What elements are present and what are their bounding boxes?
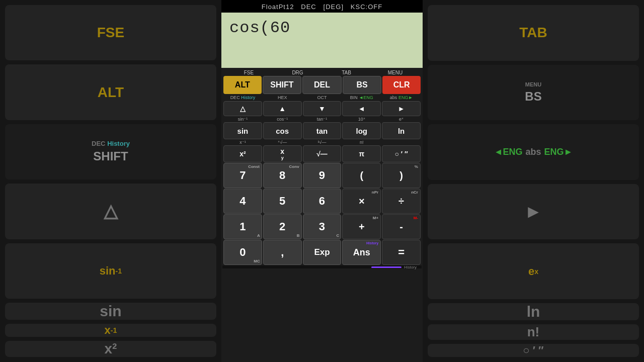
status-ksc: KSC:OFF: [351, 3, 382, 11]
label-drg: DRG: [273, 70, 322, 75]
lparen-button[interactable]: (: [342, 163, 381, 188]
bg-ln: ln: [428, 303, 639, 320]
sin-button[interactable]: sin: [223, 122, 262, 139]
cos-button[interactable]: cos: [263, 122, 302, 139]
zero-button[interactable]: MC 0: [223, 240, 262, 265]
log-button[interactable]: log: [342, 122, 381, 139]
alt-button[interactable]: ALT: [223, 76, 262, 94]
label-fse: FSE: [224, 70, 273, 75]
bg-right-arrow: ►: [428, 184, 639, 240]
x2-button[interactable]: x²: [223, 145, 262, 162]
background-left: FSE ALT DEC History SHIFT △ sin-1 sin x-…: [0, 0, 221, 362]
three-button[interactable]: C 3: [303, 214, 342, 239]
status-bar: FloatPt12 DEC [DEG] KSC:OFF: [221, 0, 423, 13]
nine-button[interactable]: 9: [303, 163, 342, 188]
history-progress: [371, 266, 401, 268]
tan-button[interactable]: tan: [303, 122, 342, 139]
ten-x-label: 10ˣ: [342, 117, 381, 122]
six-button[interactable]: 6: [303, 189, 342, 214]
power-row: x² xy √— π ○ ′ ″: [222, 145, 422, 162]
divide-button[interactable]: nCr ÷: [382, 189, 421, 214]
trig-row: sin cos tan log ln: [222, 122, 422, 139]
down-filled-button[interactable]: ▼: [303, 101, 342, 116]
one-button[interactable]: A 1: [223, 214, 262, 239]
bg-ex: ex: [428, 243, 639, 299]
empty-label: [382, 140, 421, 145]
four-button[interactable]: 4: [223, 189, 262, 214]
sub-label-row: DEC History HEX OCT BIN ◄ENG abs ENG►: [222, 95, 422, 101]
clr-button[interactable]: CLR: [382, 76, 421, 94]
inv-trig-label-row: sin⁻¹ cos⁻¹ tan⁻¹ 10ˣ eˣ: [222, 117, 422, 122]
num-row-123: A 1 B 2 C 3 M+ + M- -: [222, 214, 422, 239]
plus-button[interactable]: M+ +: [342, 214, 381, 239]
cbrt-label: ³√—: [303, 140, 342, 145]
button-area: FSE DRG TAB MENU ALT SHIFT DEL BS CLR DE…: [221, 68, 423, 362]
sin-inv-label: sin⁻¹: [223, 117, 262, 122]
bg-alt: ALT: [5, 64, 216, 120]
num-row-0: MC 0 , Exp History Ans =: [222, 240, 422, 265]
bg-engr: ◄ENG abs ENG►: [428, 124, 639, 180]
del-button[interactable]: DEL: [302, 76, 342, 94]
nfact-label: n!: [342, 140, 381, 145]
sub-dec: DEC History: [223, 95, 262, 101]
label-menu: MENU: [371, 70, 420, 75]
sub-hex: HEX: [263, 95, 302, 101]
num-row-456: 4 5 6 nPr × nCr ÷: [222, 189, 422, 214]
e-x-label: eˣ: [382, 117, 421, 122]
bottom-bar: History: [222, 265, 422, 268]
xy-button[interactable]: xy: [263, 145, 302, 162]
minus-button[interactable]: M- -: [382, 214, 421, 239]
power-super-label-row: x⁻¹ ˣ√— ³√— n!: [222, 140, 422, 145]
main-function-row: ALT SHIFT DEL BS CLR: [222, 76, 422, 94]
status-float: FloatPt12: [262, 3, 294, 11]
sub-bin-eng: BIN ◄ENG: [342, 95, 381, 101]
label-tab: TAB: [322, 70, 371, 75]
eight-button[interactable]: Conv 8: [263, 163, 302, 188]
rparen-button[interactable]: % ): [382, 163, 421, 188]
right-filled-button[interactable]: ►: [382, 101, 421, 116]
bg-dms: ○ ′ ″: [428, 344, 639, 357]
five-button[interactable]: 5: [263, 189, 302, 214]
meta-label-row: FSE DRG TAB MENU: [222, 69, 422, 75]
sqrt-button[interactable]: √—: [303, 145, 342, 162]
arrow-row: △ ▲ ▼ ◄ ►: [222, 101, 422, 116]
up-filled-button[interactable]: ▲: [263, 101, 302, 116]
tan-inv-label: tan⁻¹: [303, 117, 342, 122]
bg-bs-menu: MENU BS: [428, 65, 639, 121]
cos-inv-label: cos⁻¹: [263, 117, 302, 122]
bg-shift: DEC History SHIFT: [5, 124, 216, 179]
sub-abs-eng: abs ENG►: [382, 95, 421, 101]
display-expression: cos(60: [229, 19, 415, 37]
background-right: TAB MENU BS ◄ENG abs ENG► ► ex ln n! ○ ′…: [423, 0, 644, 362]
seven-button[interactable]: Const 7: [223, 163, 262, 188]
bg-tab: TAB: [428, 5, 639, 61]
bs-button[interactable]: BS: [343, 76, 382, 94]
left-filled-button[interactable]: ◄: [342, 101, 381, 116]
ans-button[interactable]: History Ans: [342, 240, 381, 265]
sub-oct: OCT: [303, 95, 342, 101]
bg-fse: FSE: [5, 5, 216, 60]
calculator: FloatPt12 DEC [DEG] KSC:OFF cos(60 FSE D…: [221, 0, 423, 362]
shift-button[interactable]: SHIFT: [263, 76, 302, 94]
bg-x-inv: x-1: [5, 324, 216, 337]
bg-x2: x²: [5, 341, 216, 357]
exp-button[interactable]: Exp: [303, 240, 342, 265]
xsqrt-label: ˣ√—: [263, 140, 302, 145]
multiply-button[interactable]: nPr ×: [342, 189, 381, 214]
x-inv-label: x⁻¹: [223, 140, 262, 145]
status-angle: [DEG]: [324, 3, 344, 11]
equals-button[interactable]: =: [382, 240, 421, 265]
bg-sin-inv: sin-1: [5, 243, 216, 299]
dms-button[interactable]: ○ ′ ″: [382, 145, 421, 162]
num-row-789: Const 7 Conv 8 9 ( % ): [222, 163, 422, 188]
history-label: History: [404, 265, 417, 269]
up-outline-button[interactable]: △: [223, 101, 262, 116]
status-mode: DEC: [301, 3, 316, 11]
display-screen: cos(60: [221, 13, 423, 68]
pi-button[interactable]: π: [342, 145, 381, 162]
comma-button[interactable]: ,: [263, 240, 302, 265]
ln-button[interactable]: ln: [382, 122, 421, 139]
bg-up-outline: △: [5, 184, 216, 239]
two-button[interactable]: B 2: [263, 214, 302, 239]
bg-sin: sin: [5, 303, 216, 320]
